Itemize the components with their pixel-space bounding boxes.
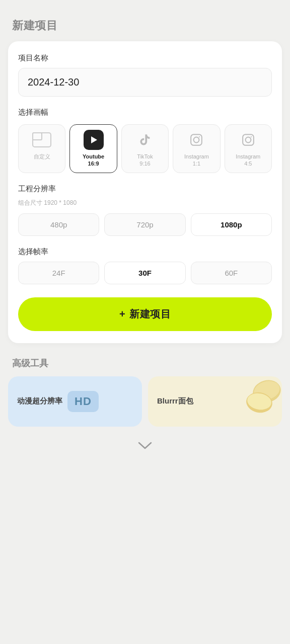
resolution-720p[interactable]: 720p bbox=[104, 213, 185, 236]
instagram11-canvas-icon bbox=[186, 130, 206, 150]
svg-rect-3 bbox=[243, 134, 254, 145]
hd-badge: HD bbox=[67, 391, 99, 412]
canvas-option-instagram11[interactable]: Instagram1:1 bbox=[173, 124, 220, 173]
main-card: 项目名称 选择画幅 自定义 Youtube16:9 bbox=[8, 41, 282, 343]
tool-blurrr-bread[interactable]: Blurrr面包 bbox=[148, 376, 282, 427]
canvas-label: 选择画幅 bbox=[18, 108, 272, 117]
resolution-1080p[interactable]: 1080p bbox=[191, 213, 272, 236]
canvas-option-tiktok-label: TikTok9:16 bbox=[137, 153, 153, 168]
svg-point-4 bbox=[245, 137, 251, 143]
instagram45-canvas-icon bbox=[238, 130, 258, 150]
fps-30f[interactable]: 30F bbox=[104, 262, 185, 284]
canvas-option-youtube-label: Youtube16:9 bbox=[83, 153, 104, 168]
resolution-subtitle: 组合尺寸 1920 * 1080 bbox=[18, 199, 272, 207]
tools-row: 动漫超分辨率 HD Blurrr面包 bbox=[0, 376, 290, 427]
create-btn-icon: + bbox=[119, 308, 125, 320]
resolution-480p[interactable]: 480p bbox=[18, 213, 99, 236]
advanced-tools-title: 高级工具 bbox=[0, 343, 290, 376]
resolution-options: 480p 720p 1080p bbox=[18, 213, 272, 236]
canvas-option-tiktok[interactable]: TikTok9:16 bbox=[121, 124, 169, 173]
resolution-section: 工程分辨率 组合尺寸 1920 * 1080 480p 720p 1080p bbox=[18, 184, 272, 236]
svg-rect-0 bbox=[191, 134, 202, 145]
fps-label: 选择帧率 bbox=[18, 247, 272, 257]
canvas-option-youtube[interactable]: Youtube16:9 bbox=[69, 124, 117, 173]
svg-point-2 bbox=[199, 136, 200, 137]
canvas-option-instagram11-label: Instagram1:1 bbox=[184, 153, 209, 168]
custom-canvas-icon bbox=[32, 130, 52, 150]
page-title: 新建项目 bbox=[0, 0, 290, 41]
svg-point-5 bbox=[251, 136, 252, 137]
svg-point-1 bbox=[194, 137, 199, 143]
fps-section: 选择帧率 24F 30F 60F bbox=[18, 247, 272, 284]
canvas-option-instagram45[interactable]: Instagram4:5 bbox=[225, 124, 272, 173]
canvas-options: 自定义 Youtube16:9 TikTok9:16 bbox=[18, 124, 272, 173]
create-project-button[interactable]: + 新建项目 bbox=[18, 297, 272, 331]
canvas-option-instagram45-label: Instagram4:5 bbox=[236, 153, 260, 168]
fps-24f[interactable]: 24F bbox=[18, 262, 99, 284]
chevron-down-icon bbox=[138, 442, 152, 450]
blurrr-bread-label: Blurrr面包 bbox=[157, 396, 193, 406]
project-name-input[interactable] bbox=[18, 68, 272, 97]
fps-60f[interactable]: 60F bbox=[191, 262, 272, 284]
anime-hd-label: 动漫超分辨率 bbox=[17, 396, 62, 406]
chevron-down[interactable] bbox=[0, 427, 290, 455]
tool-anime-hd[interactable]: 动漫超分辨率 HD bbox=[8, 376, 142, 427]
youtube-canvas-icon bbox=[84, 130, 104, 150]
canvas-option-custom-label: 自定义 bbox=[34, 153, 50, 160]
project-name-label: 项目名称 bbox=[18, 53, 272, 63]
canvas-option-custom[interactable]: 自定义 bbox=[18, 124, 65, 173]
bread-icon bbox=[234, 376, 282, 427]
fps-options: 24F 30F 60F bbox=[18, 262, 272, 284]
resolution-label: 工程分辨率 bbox=[18, 184, 272, 194]
tiktok-canvas-icon bbox=[135, 130, 155, 150]
create-btn-label: 新建项目 bbox=[129, 307, 171, 321]
